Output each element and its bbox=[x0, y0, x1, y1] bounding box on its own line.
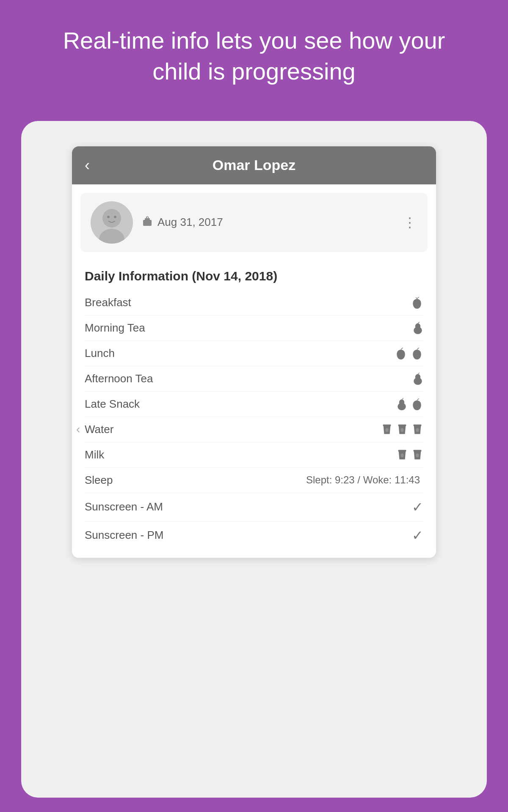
svg-rect-7 bbox=[146, 217, 147, 219]
svg-point-21 bbox=[416, 428, 419, 432]
table-row: Breakfast bbox=[85, 290, 423, 315]
svg-rect-20 bbox=[414, 425, 422, 426]
svg-point-11 bbox=[415, 324, 420, 329]
table-row: Lunch bbox=[85, 341, 423, 366]
row-label-sunscreen-pm: Sunscreen - PM bbox=[85, 529, 412, 542]
left-arrow-icon: ‹ bbox=[76, 422, 80, 436]
svg-point-3 bbox=[107, 216, 110, 218]
nav-bar: ‹ Omar Lopez bbox=[72, 146, 436, 184]
table-row: Milk bbox=[85, 442, 423, 468]
svg-rect-16 bbox=[383, 425, 391, 426]
sleep-detail: Slept: 9:23 / Woke: 11:43 bbox=[306, 474, 420, 486]
phone-container: ‹ Omar Lopez bbox=[21, 121, 487, 798]
table-row: Afternoon Tea bbox=[85, 366, 423, 392]
row-icons-lunch bbox=[395, 347, 423, 359]
svg-point-13 bbox=[415, 374, 420, 380]
check-icon-pm: ✓ bbox=[412, 527, 423, 543]
row-label-late-snack: Late Snack bbox=[85, 398, 396, 411]
svg-point-17 bbox=[385, 428, 389, 432]
row-icons-afternoon-tea bbox=[412, 372, 423, 385]
row-label-lunch: Lunch bbox=[85, 347, 395, 360]
row-icons-late-snack bbox=[396, 398, 423, 410]
phone-screen: ‹ Omar Lopez bbox=[72, 146, 436, 558]
svg-rect-6 bbox=[145, 218, 150, 220]
svg-point-25 bbox=[416, 453, 419, 457]
svg-point-23 bbox=[400, 453, 404, 457]
svg-point-15 bbox=[399, 400, 404, 406]
daily-info-section: Daily Information (Nov 14, 2018) Breakfa… bbox=[72, 261, 436, 558]
table-row: Morning Tea bbox=[85, 315, 423, 341]
svg-point-1 bbox=[102, 209, 121, 228]
row-icons-morning-tea bbox=[412, 321, 423, 334]
row-label-milk: Milk bbox=[85, 448, 396, 461]
profile-date-row: Aug 31, 2017 bbox=[141, 215, 223, 230]
row-label-sleep: Sleep bbox=[85, 474, 306, 487]
table-row: Sunscreen - AM ✓ bbox=[85, 493, 423, 521]
check-icon-am: ✓ bbox=[412, 499, 423, 515]
table-row: Sleep Slept: 9:23 / Woke: 11:43 bbox=[85, 468, 423, 493]
svg-rect-5 bbox=[143, 220, 152, 226]
row-icons-sunscreen-am: ✓ bbox=[412, 499, 423, 515]
svg-rect-18 bbox=[398, 425, 406, 426]
avatar bbox=[91, 201, 133, 244]
birthday-icon bbox=[141, 215, 153, 230]
svg-point-4 bbox=[114, 216, 116, 218]
row-icons-water bbox=[381, 423, 423, 436]
more-menu-button[interactable]: ⋮ bbox=[403, 214, 417, 230]
svg-rect-8 bbox=[148, 217, 149, 219]
row-label-breakfast: Breakfast bbox=[85, 296, 411, 309]
svg-point-19 bbox=[400, 428, 404, 432]
row-icons-milk bbox=[396, 448, 423, 461]
profile-date: Aug 31, 2017 bbox=[157, 216, 223, 229]
row-icons-sunscreen-pm: ✓ bbox=[412, 527, 423, 543]
back-button[interactable]: ‹ bbox=[85, 156, 90, 174]
table-row: Sunscreen - PM ✓ bbox=[85, 521, 423, 549]
svg-rect-24 bbox=[414, 450, 422, 452]
profile-card: Aug 31, 2017 ⋮ bbox=[80, 193, 428, 252]
row-label-morning-tea: Morning Tea bbox=[85, 321, 412, 335]
table-row: ‹ Water bbox=[85, 417, 423, 442]
table-row: Late Snack bbox=[85, 392, 423, 417]
header-text: Real-time info lets you see how your chi… bbox=[0, 0, 508, 121]
svg-rect-22 bbox=[398, 450, 406, 452]
daily-info-title: Daily Information (Nov 14, 2018) bbox=[85, 269, 423, 283]
profile-left: Aug 31, 2017 bbox=[91, 201, 223, 244]
row-label-water: Water bbox=[85, 423, 381, 436]
row-label-sunscreen-am: Sunscreen - AM bbox=[85, 500, 412, 513]
nav-title: Omar Lopez bbox=[213, 157, 295, 173]
row-label-afternoon-tea: Afternoon Tea bbox=[85, 372, 412, 385]
row-icons-breakfast bbox=[411, 296, 423, 309]
